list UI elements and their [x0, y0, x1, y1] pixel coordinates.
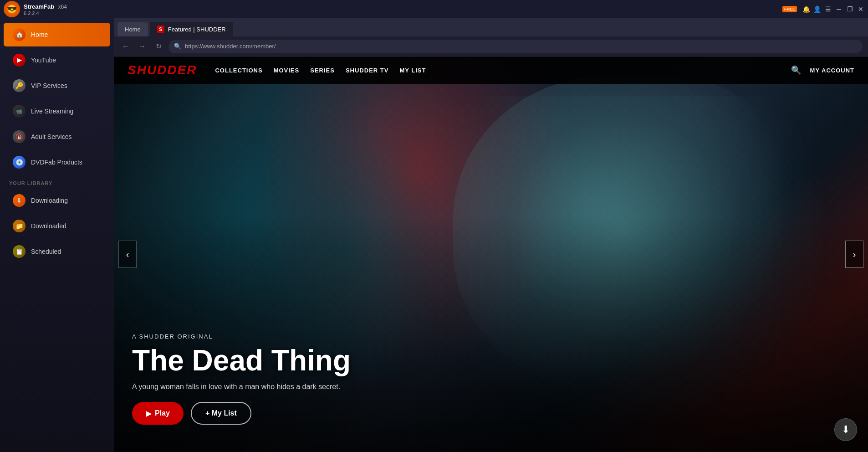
tab-shudder[interactable]: S Featured | SHUDDER — [150, 22, 233, 36]
free-badge: FREE — [782, 6, 797, 12]
window-controls: 🔔 👤 ☰ ─ ❐ ✕ — [802, 5, 864, 13]
sidebar: 🏠 Home ▶ YouTube 🔑 VIP Services 📹 Live S… — [0, 18, 114, 452]
minimize-button[interactable]: ─ — [835, 5, 842, 13]
dvd-icon: 💿 — [13, 156, 26, 169]
sidebar-label-adult: Adult Services — [31, 133, 71, 140]
nav-item-movies[interactable]: MOVIES — [274, 67, 300, 74]
vip-icon: 🔑 — [13, 79, 26, 92]
url-bar[interactable]: 🔍 https://www.shudder.com/member/ — [168, 40, 863, 53]
scheduled-icon: 📋 — [13, 245, 26, 258]
sidebar-item-scheduled[interactable]: 📋 Scheduled — [4, 240, 110, 263]
shudder-account-link[interactable]: MY ACCOUNT — [810, 67, 854, 74]
sidebar-label-vip: VIP Services — [31, 82, 67, 89]
app-name: StreamFab — [24, 3, 54, 10]
shudder-nav-right: 🔍 MY ACCOUNT — [791, 65, 854, 75]
shudder-nav: SHUDDER COLLECTIONS MOVIES SERIES SHUDDE… — [114, 56, 868, 84]
back-button[interactable]: ← — [119, 40, 132, 53]
sidebar-item-home[interactable]: 🏠 Home — [4, 23, 110, 46]
sidebar-label-dvd: DVDFab Products — [31, 159, 82, 166]
play-label: Play — [155, 409, 170, 417]
restore-button[interactable]: ❐ — [846, 5, 853, 13]
hero-text: A SHUDDER ORIGINAL The Dead Thing A youn… — [132, 333, 351, 425]
tab-home[interactable]: Home — [117, 22, 148, 36]
title-bar-left: 😎 StreamFab x64 6.2.2.4 — [4, 1, 67, 17]
mylist-button[interactable]: + My List — [191, 402, 251, 425]
app-name-group: StreamFab x64 6.2.2.4 — [24, 2, 67, 16]
close-button[interactable]: ✕ — [857, 5, 864, 13]
notification-icon[interactable]: 🔔 — [802, 5, 810, 13]
hero-next-button[interactable]: › — [845, 241, 863, 268]
download-fab-icon: ⬇ — [842, 424, 850, 436]
shudder-search-icon[interactable]: 🔍 — [791, 65, 801, 75]
nav-item-shudder-tv[interactable]: SHUDDER TV — [346, 67, 389, 74]
main-layout: 🏠 Home ▶ YouTube 🔑 VIP Services 📹 Live S… — [0, 18, 868, 452]
home-icon: 🏠 — [13, 28, 26, 41]
menu-icon[interactable]: ☰ — [824, 5, 832, 13]
hero-description: A young woman falls in love with a man w… — [132, 383, 351, 391]
youtube-icon: ▶ — [13, 54, 26, 67]
sidebar-label-scheduled: Scheduled — [31, 248, 61, 255]
url-text: https://www.shudder.com/member/ — [185, 43, 276, 50]
browser-tabs: Home S Featured | SHUDDER — [114, 18, 868, 36]
forward-button[interactable]: → — [136, 40, 148, 53]
sidebar-item-vip[interactable]: 🔑 VIP Services — [4, 74, 110, 98]
browser-toolbar: ← → ↻ 🔍 https://www.shudder.com/member/ — [114, 36, 868, 56]
title-bar-right: FREE 🔔 👤 ☰ ─ ❐ ✕ — [782, 5, 864, 13]
nav-item-collections[interactable]: COLLECTIONS — [215, 67, 262, 74]
hero-buttons: ▶ Play + My List — [132, 402, 351, 425]
downloading-icon: ⬇ — [13, 194, 26, 207]
nav-item-series[interactable]: SERIES — [310, 67, 335, 74]
hero-prev-button[interactable]: ‹ — [118, 241, 137, 268]
play-button[interactable]: ▶ Play — [132, 402, 184, 425]
content-area: Home S Featured | SHUDDER ← → ↻ 🔍 https:… — [114, 18, 868, 452]
library-section-label: YOUR LIBRARY — [0, 175, 114, 188]
sidebar-item-youtube[interactable]: ▶ YouTube — [4, 48, 110, 72]
tab-shudder-label: Featured | SHUDDER — [168, 26, 226, 33]
sidebar-label-downloading: Downloading — [31, 197, 68, 204]
hero-title: The Dead Thing — [132, 344, 351, 376]
sidebar-label-downloaded: Downloaded — [31, 222, 66, 230]
shudder-website: SHUDDER COLLECTIONS MOVIES SERIES SHUDDE… — [114, 56, 868, 452]
shudder-nav-items: COLLECTIONS MOVIES SERIES SHUDDER TV MY … — [215, 67, 426, 74]
sidebar-item-downloaded[interactable]: 📁 Downloaded — [4, 214, 110, 238]
search-icon: 🔍 — [174, 43, 181, 50]
sidebar-item-live[interactable]: 📹 Live Streaming — [4, 99, 110, 123]
sidebar-item-downloading[interactable]: ⬇ Downloading — [4, 189, 110, 212]
downloaded-icon: 📁 — [13, 220, 26, 232]
sidebar-label-home: Home — [31, 31, 48, 38]
app-logo: 😎 — [4, 1, 20, 17]
live-icon: 📹 — [13, 105, 26, 118]
sidebar-item-dvd[interactable]: 💿 DVDFab Products — [4, 150, 110, 174]
play-icon: ▶ — [146, 409, 151, 418]
hero-section: SHUDDER COLLECTIONS MOVIES SERIES SHUDDE… — [114, 56, 868, 452]
sidebar-item-adult[interactable]: 🔞 Adult Services — [4, 125, 110, 149]
app-arch: x64 — [58, 4, 67, 10]
shudder-favicon: S — [157, 26, 164, 33]
user-icon[interactable]: 👤 — [813, 5, 821, 13]
refresh-button[interactable]: ↻ — [152, 40, 165, 53]
title-bar: 😎 StreamFab x64 6.2.2.4 FREE 🔔 👤 ☰ ─ ❐ ✕ — [0, 0, 868, 18]
shudder-logo: SHUDDER — [128, 63, 197, 77]
nav-item-my-list[interactable]: MY LIST — [399, 67, 426, 74]
sidebar-label-live: Live Streaming — [31, 108, 73, 115]
hero-tag: A SHUDDER ORIGINAL — [132, 333, 351, 340]
app-version: 6.2.2.4 — [24, 10, 67, 16]
sidebar-label-youtube: YouTube — [31, 56, 56, 64]
download-fab-button[interactable]: ⬇ — [834, 418, 857, 441]
adult-icon: 🔞 — [13, 130, 26, 143]
